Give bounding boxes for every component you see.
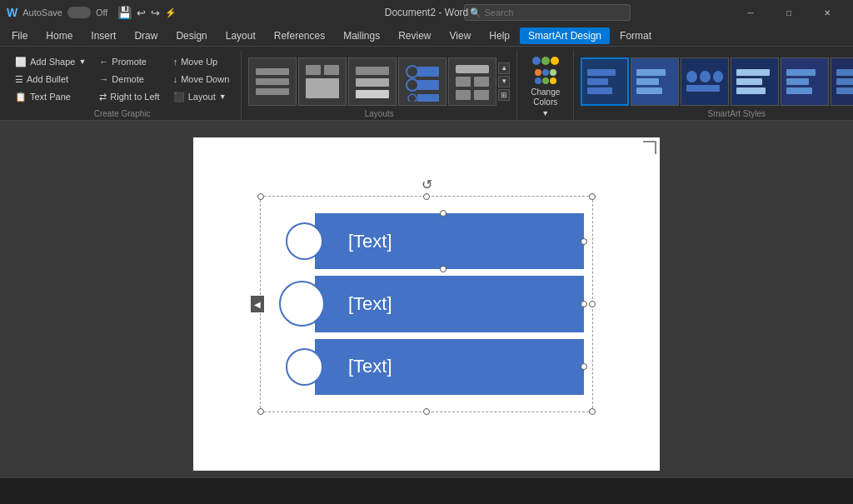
style-thumb-2[interactable] xyxy=(631,57,679,106)
bar-2[interactable]: [Text] xyxy=(315,276,584,332)
menu-review[interactable]: Review xyxy=(390,27,439,44)
ribbon: ⬜ Add Shape ▼ ☰ Add Bullet 📋 Text Pane xyxy=(0,47,853,121)
handle-top-right[interactable] xyxy=(589,193,596,200)
create-graphic-left: ⬜ Add Shape ▼ ☰ Add Bullet 📋 Text Pane xyxy=(10,53,91,109)
search-icon: 🔍 xyxy=(470,7,481,18)
row-1-handle-bottom[interactable] xyxy=(440,266,446,272)
handle-top-center[interactable] xyxy=(423,193,430,200)
svg-rect-7 xyxy=(356,78,389,87)
menu-mailings[interactable]: Mailings xyxy=(335,27,388,44)
rotate-handle[interactable]: ↺ xyxy=(422,177,432,192)
row-2-handle-right[interactable] xyxy=(581,301,587,307)
layout-icon: ⬛ xyxy=(173,92,185,102)
color-dot-blue xyxy=(532,57,541,65)
handle-bottom-center[interactable] xyxy=(423,408,430,415)
corner-bracket xyxy=(643,141,656,154)
layout-scroll-more[interactable]: ⊞ xyxy=(498,89,510,101)
demote-button[interactable]: → Demote xyxy=(94,71,164,87)
title-bar-left: W AutoSave Off 💾 ↩ ↪ ⚡ xyxy=(7,6,362,19)
menu-bar: File Home Insert Draw Design Layout Refe… xyxy=(0,25,853,47)
menu-insert[interactable]: Insert xyxy=(82,27,124,44)
add-bullet-button[interactable]: ☰ Add Bullet xyxy=(10,71,91,87)
doc-title: Document2 - Word xyxy=(385,7,468,18)
svg-rect-19 xyxy=(474,90,489,100)
menu-home[interactable]: Home xyxy=(37,27,81,44)
layout-scroll-down[interactable]: ▼ xyxy=(498,76,510,87)
menu-help[interactable]: Help xyxy=(481,27,518,44)
move-down-button[interactable]: ↓ Move Down xyxy=(168,71,235,87)
svg-rect-2 xyxy=(256,88,289,95)
autosave-toggle[interactable] xyxy=(67,7,91,18)
layout-thumb-4[interactable] xyxy=(398,57,446,106)
menu-format[interactable]: Format xyxy=(611,27,660,44)
title-bar: W AutoSave Off 💾 ↩ ↪ ⚡ Document2 - Word … xyxy=(0,0,853,25)
style-thumb-5[interactable] xyxy=(781,57,829,106)
style-thumb-4[interactable] xyxy=(731,57,779,106)
smartart-row-1[interactable]: [Text] xyxy=(302,213,584,269)
undo-button[interactable]: ↩ xyxy=(137,7,146,19)
minimize-button[interactable]: ─ xyxy=(731,0,770,25)
svg-rect-4 xyxy=(324,65,339,75)
right-to-left-icon: ⇄ xyxy=(99,92,107,102)
bar-1[interactable]: [Text] xyxy=(315,213,584,269)
promote-icon: ← xyxy=(99,57,108,67)
layout-thumb-5[interactable] xyxy=(448,57,496,106)
circle-1 xyxy=(286,222,323,260)
right-to-left-button[interactable]: ⇄ Right to Left xyxy=(94,88,164,105)
layout-dropdown-icon[interactable]: ▼ xyxy=(219,92,227,101)
menu-smartart-design[interactable]: SmartArt Design xyxy=(520,27,610,44)
menu-layout[interactable]: Layout xyxy=(217,27,264,44)
collapse-arrow[interactable]: ◀ xyxy=(251,296,264,312)
auto-button[interactable]: ⚡ xyxy=(165,7,177,18)
smartart-styles-row: ▲ ▼ ⊞ xyxy=(581,53,853,109)
word-icon: W xyxy=(7,6,17,19)
close-button[interactable]: ✕ xyxy=(808,0,846,25)
menu-draw[interactable]: Draw xyxy=(126,27,166,44)
layout-button[interactable]: ⬛ Layout ▼ xyxy=(168,88,235,105)
promote-button[interactable]: ← Promote xyxy=(94,53,164,70)
window-controls: ─ □ ✕ xyxy=(731,0,846,25)
move-up-button[interactable]: ↑ Move Up xyxy=(168,53,235,70)
handle-bottom-right[interactable] xyxy=(589,408,596,415)
layout-label: Layout xyxy=(188,92,216,102)
smartart-styles-label: SmartArt Styles xyxy=(581,109,853,120)
add-shape-dropdown-icon[interactable]: ▼ xyxy=(78,57,86,66)
restore-button[interactable]: □ xyxy=(770,0,808,25)
style-thumb-3[interactable] xyxy=(681,57,729,106)
add-bullet-icon: ☰ xyxy=(15,74,23,85)
add-shape-button[interactable]: ⬜ Add Shape ▼ xyxy=(10,53,91,70)
layout-scroll-up[interactable]: ▲ xyxy=(498,62,510,74)
row-3-handle-right[interactable] xyxy=(581,363,587,370)
text-3: [Text] xyxy=(348,356,392,377)
create-graphic-mid: ← Promote → Demote ⇄ Right to Left xyxy=(94,53,164,109)
menu-references[interactable]: References xyxy=(266,27,333,44)
svg-point-11 xyxy=(407,79,418,91)
change-colors-button[interactable]: ChangeColors ▼ xyxy=(524,53,566,121)
handle-mid-right[interactable] xyxy=(589,301,596,307)
handle-bottom-left[interactable] xyxy=(257,408,264,415)
handle-top-left[interactable] xyxy=(257,193,264,200)
style-thumb-6[interactable] xyxy=(831,57,853,106)
layout-thumb-2[interactable] xyxy=(298,57,347,106)
smartart-row-3[interactable]: [Text] xyxy=(302,339,584,395)
bar-3[interactable]: [Text] xyxy=(315,339,584,395)
text-pane-button[interactable]: 📋 Text Pane xyxy=(10,88,91,105)
style-thumb-1[interactable] xyxy=(581,57,629,106)
save-button[interactable]: 💾 xyxy=(117,6,132,19)
row-1-handle-top[interactable] xyxy=(440,210,446,217)
text-pane-label: Text Pane xyxy=(30,92,71,102)
search-bar[interactable]: 🔍 xyxy=(464,4,631,21)
change-colors-dropdown-icon[interactable]: ▼ xyxy=(541,109,549,117)
layout-thumb-1[interactable] xyxy=(248,57,297,106)
redo-button[interactable]: ↪ xyxy=(151,7,160,19)
menu-file[interactable]: File xyxy=(3,27,36,44)
menu-design[interactable]: Design xyxy=(167,27,215,44)
search-input[interactable] xyxy=(485,7,618,17)
row-1-handle-right[interactable] xyxy=(581,238,587,245)
smartart-container[interactable]: ↺ ◀ [Text] xyxy=(260,196,593,412)
layout-thumb-3[interactable] xyxy=(348,57,397,106)
svg-rect-8 xyxy=(356,90,389,98)
smartart-row-2[interactable]: [Text] xyxy=(302,276,584,332)
add-bullet-label: Add Bullet xyxy=(27,74,68,84)
menu-view[interactable]: View xyxy=(441,27,480,44)
